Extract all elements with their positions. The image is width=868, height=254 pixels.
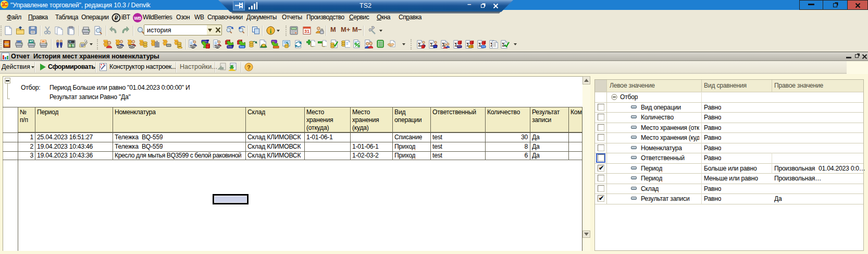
svg-text:WB: WB: [134, 16, 141, 21]
svg-text:$: $: [70, 44, 72, 48]
svg-text:₽: ₽: [115, 15, 118, 21]
svg-text:31: 31: [304, 29, 309, 34]
svg-text:?: ?: [247, 64, 251, 70]
